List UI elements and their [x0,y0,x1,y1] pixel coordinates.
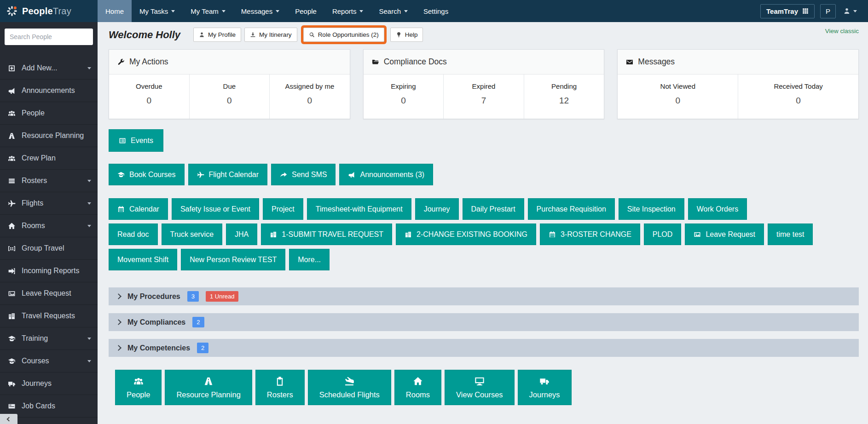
my-procedures-accordion[interactable]: My Procedures 3 1 Unread [109,287,859,305]
user-menu[interactable] [841,7,859,15]
sidebar-item-journeys[interactable]: Journeys [0,372,98,395]
stat-due: Due0 [189,74,270,119]
submit-travel-request-button[interactable]: 1-SUBMIT TRAVEL REQUEST [261,223,392,245]
calendar-button[interactable]: Calendar [109,198,168,220]
card-title: Messages [618,50,858,74]
new-person-review-test-button[interactable]: New Person Review TEST [181,249,285,270]
sidebar-item-announcements[interactable]: Announcements [0,80,98,102]
plod-button[interactable]: PLOD [644,223,682,245]
help-button[interactable]: Help [390,28,423,42]
chevron-right-icon [116,345,122,351]
search-people-input[interactable] [5,29,93,45]
sidebar-item-resource-planning[interactable]: Resource Planning [0,125,98,147]
daily-prestart-button[interactable]: Daily Prestart [463,198,524,220]
scheduled-flights-tile-button[interactable]: Scheduled Flights [308,370,391,405]
safety-issue-or-event-button[interactable]: Safety Issue or Event [172,198,259,220]
project-button[interactable]: Project [263,198,303,220]
navbar-right: TeamTray P [760,0,868,22]
home-icon [413,376,423,386]
nav-item-people[interactable]: People [287,0,324,22]
sidebar-item-rooms[interactable]: Rooms [0,215,98,237]
work-orders-button[interactable]: Work Orders [688,198,747,220]
chevron-down-icon [87,202,91,205]
folder-open-icon [372,58,379,66]
truck-service-button[interactable]: Truck service [162,223,223,245]
my-itinerary-button[interactable]: My Itinerary [244,28,297,42]
unread-badge: 1 Unread [206,291,238,302]
card-title: My Actions [109,50,350,74]
leave-request-button[interactable]: Leave Request [685,223,764,245]
initial-button[interactable]: P [820,4,836,18]
building-icon [405,231,412,238]
roster-change-button[interactable]: 3-ROSTER CHANGE [540,223,640,245]
view-classic-link[interactable]: View classic [825,28,859,34]
movement-shift-button[interactable]: Movement Shift [109,249,177,270]
burst-icon [6,5,18,17]
users-icon [133,376,144,386]
wrench-icon [117,58,125,66]
read-doc-button[interactable]: Read doc [109,223,158,245]
truck-icon [8,380,16,388]
sidebar-item-incoming-reports[interactable]: Incoming Reports [0,260,98,282]
chevron-down-icon [222,10,226,12]
role-opportunities-button[interactable]: Role Opportunities (2) [303,28,384,42]
timesheet-with-equipment-button[interactable]: Timesheet-with Equipment [307,198,411,220]
announcements-button[interactable]: Announcements (3) [339,164,433,185]
sidebar-item-courses[interactable]: Courses [0,350,98,372]
change-existing-booking-button[interactable]: 2-CHANGE EXISTING BOOKING [396,223,536,245]
my-profile-button[interactable]: My Profile [193,28,241,42]
home-icon [8,222,16,230]
count-badge: 3 [187,291,199,302]
my-actions-card: My Actions Overdue0 Due0 Assigned by me0 [109,49,350,119]
my-competencies-accordion[interactable]: My Competencies 2 [109,339,859,357]
image-icon [8,290,16,298]
book-courses-button[interactable]: Book Courses [109,164,185,185]
sidebar-item-leave-request[interactable]: Leave Request [0,282,98,305]
teamtray-button[interactable]: TeamTray [760,4,815,18]
sidebar-item-flights[interactable]: Flights [0,192,98,215]
nav-item-messages[interactable]: Messages [233,0,287,22]
more-button[interactable]: More... [289,249,330,270]
nav-item-my-team[interactable]: My Team [183,0,233,22]
flight-calendar-button[interactable]: Flight Calendar [188,164,268,185]
nav-item-my-tasks[interactable]: My Tasks [132,0,183,22]
envelope-icon [626,58,633,66]
sidebar: Add New... Announcements People Resource… [0,22,98,424]
sidebar-collapse-button[interactable] [0,414,17,424]
nav-item-search[interactable]: Search [371,0,416,22]
my-compliances-accordion[interactable]: My Compliances 2 [109,313,859,331]
clipboard-icon [275,376,285,386]
sidebar-item-crew-plan[interactable]: Crew Plan [0,147,98,170]
resource-planning-tile-button[interactable]: Resource Planning [165,370,252,405]
sidebar-item-travel-requests[interactable]: Travel Requests [0,305,98,327]
sidebar-item-training[interactable]: Training [0,327,98,350]
site-inspection-button[interactable]: Site Inspection [619,198,684,220]
count-badge: 2 [197,343,208,353]
stat-assigned-by-me: Assigned by me0 [269,74,350,119]
time-test-button[interactable]: time test [768,223,813,245]
calendar-icon [117,206,125,213]
rosters-tile-button[interactable]: Rosters [255,370,305,405]
sidebar-item-group-travel[interactable]: Group Travel [0,237,98,260]
events-button[interactable]: Events [109,129,163,152]
jha-button[interactable]: JHA [226,223,257,245]
sidebar-item-rosters[interactable]: Rosters [0,170,98,192]
nav-item-reports[interactable]: Reports [324,0,371,22]
top-navbar: PeopleTray Home My Tasks My Team Message… [0,0,868,22]
sidebar-item-add-new[interactable]: Add New... [0,57,98,80]
person-icon [199,32,205,38]
count-badge: 2 [192,317,204,327]
people-tile-button[interactable]: People [115,370,162,405]
rooms-tile-button[interactable]: Rooms [394,370,441,405]
sidebar-item-people[interactable]: People [0,102,98,125]
chevron-right-icon [116,319,122,325]
chevron-right-icon [116,293,122,299]
nav-item-home[interactable]: Home [98,0,132,22]
brand-logo[interactable]: PeopleTray [0,0,98,22]
purchase-requisition-button[interactable]: Purchase Requisition [528,198,615,220]
journey-button[interactable]: Journey [415,198,459,220]
send-sms-button[interactable]: Send SMS [271,164,336,185]
nav-item-settings[interactable]: Settings [416,0,456,22]
view-courses-tile-button[interactable]: View Courses [445,370,515,405]
journeys-tile-button[interactable]: Journeys [518,370,572,405]
